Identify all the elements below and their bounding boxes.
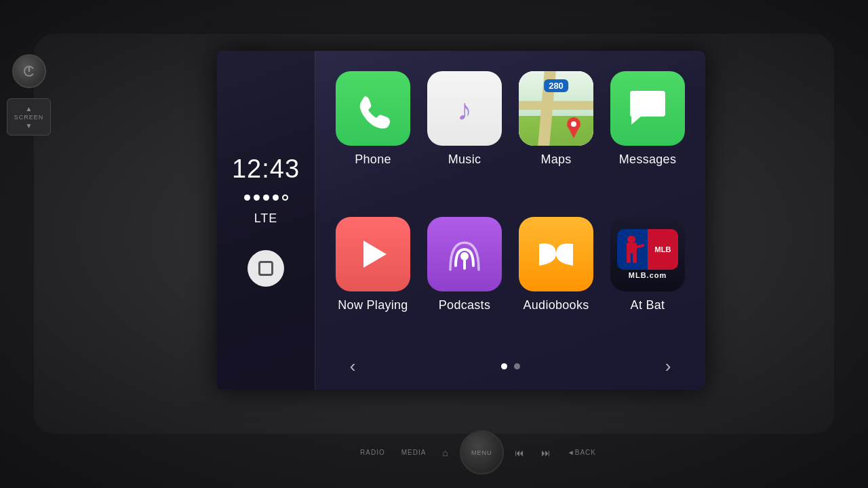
screen-up-arrow: ▲ <box>26 105 33 113</box>
svg-point-4 <box>571 121 576 127</box>
svg-marker-6 <box>363 241 387 268</box>
signal-dot-4 <box>273 195 279 201</box>
page-dot-2 <box>514 363 520 369</box>
music-label: Music <box>448 152 481 167</box>
atbat-icon: MLB MLB.com <box>610 217 685 291</box>
screen-down-arrow: ▼ <box>26 122 33 129</box>
home-button[interactable] <box>248 250 284 287</box>
back-button[interactable]: ◄BACK <box>562 445 601 460</box>
car-background: ▲ SCREEN ▼ 12:43 LTE <box>0 0 868 488</box>
menu-button[interactable]: MENU <box>460 430 504 474</box>
signal-dot-1 <box>244 195 250 201</box>
signal-strength <box>244 195 288 201</box>
signal-dot-2 <box>254 195 260 201</box>
next-track-button[interactable]: ⏭ <box>536 444 557 462</box>
svg-rect-9 <box>627 236 635 243</box>
app-podcasts[interactable]: Podcasts <box>424 217 505 349</box>
app-phone[interactable]: Phone <box>332 71 414 203</box>
svg-rect-10 <box>627 243 637 253</box>
app-nowplaying[interactable]: Now Playing <box>332 217 414 349</box>
nowplaying-label: Now Playing <box>338 298 408 312</box>
carplay-screen: 12:43 LTE <box>217 51 705 390</box>
next-page-arrow[interactable]: › <box>654 356 682 377</box>
hardware-controls: RADIO MEDIA ⌂ MENU ⏮ ⏭ ◄BACK <box>190 430 766 474</box>
radio-button[interactable]: RADIO <box>355 445 391 460</box>
audiobooks-label: Audiobooks <box>523 298 589 312</box>
screen-button[interactable]: ▲ SCREEN ▼ <box>7 98 51 136</box>
phone-icon <box>336 71 410 146</box>
page-dot-1 <box>501 363 507 369</box>
signal-dot-5 <box>282 195 288 201</box>
prev-page-arrow[interactable]: ‹ <box>339 356 366 377</box>
svg-marker-5 <box>569 129 578 138</box>
svg-rect-13 <box>633 253 637 263</box>
carplay-screen-outer: 12:43 LTE <box>217 51 705 390</box>
nowplaying-icon <box>336 217 410 291</box>
home-hw-button[interactable]: ⌂ <box>437 444 454 462</box>
podcasts-label: Podcasts <box>439 298 490 312</box>
maps-icon: 280 <box>519 71 593 146</box>
left-physical-controls: ▲ SCREEN ▼ <box>7 54 51 136</box>
network-type: LTE <box>254 211 278 226</box>
main-content: Phone ♪ <box>315 51 705 390</box>
app-messages[interactable]: Messages <box>607 71 688 203</box>
app-grid: Phone ♪ <box>332 71 688 349</box>
carplay-sidebar: 12:43 LTE <box>217 51 315 390</box>
screen-label: SCREEN <box>14 114 44 121</box>
home-button-icon <box>258 261 273 276</box>
music-icon: ♪ <box>427 71 502 146</box>
bottom-navigation: ‹ › <box>332 352 688 380</box>
svg-rect-12 <box>627 253 631 263</box>
svg-text:♪: ♪ <box>457 93 472 126</box>
signal-dot-3 <box>263 195 269 201</box>
messages-icon <box>610 71 685 146</box>
messages-label: Messages <box>619 152 676 167</box>
current-time: 12:43 <box>232 155 300 184</box>
phone-label: Phone <box>355 152 391 167</box>
app-music[interactable]: ♪ Music <box>424 71 505 203</box>
app-audiobooks[interactable]: Audiobooks <box>515 217 597 349</box>
page-indicator <box>501 363 520 369</box>
app-atbat[interactable]: MLB MLB.com At Bat <box>607 217 688 349</box>
podcasts-icon <box>427 217 502 291</box>
audiobooks-icon <box>519 217 593 291</box>
power-button[interactable] <box>12 54 46 88</box>
maps-label: Maps <box>540 152 571 167</box>
prev-track-button[interactable]: ⏮ <box>509 444 530 462</box>
atbat-label: At Bat <box>631 298 665 312</box>
app-maps[interactable]: 280 Maps <box>515 71 597 203</box>
media-button[interactable]: MEDIA <box>396 445 432 460</box>
